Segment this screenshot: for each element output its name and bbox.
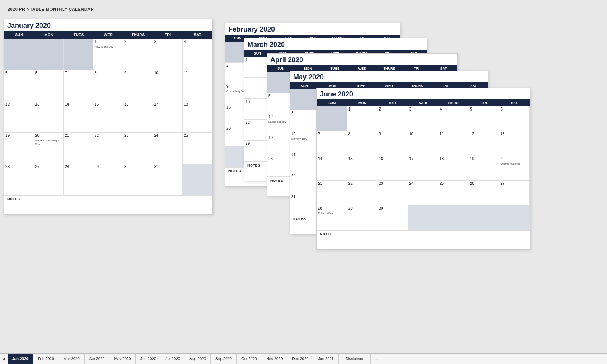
tab-jun-2020[interactable]: Jun 2020 xyxy=(136,354,161,364)
hdr-fri: FRI xyxy=(153,31,183,39)
table-row: 26 xyxy=(469,181,499,205)
table-row: 31 xyxy=(290,194,318,215)
tab-disclaimer[interactable]: - Disclaimer - xyxy=(339,354,371,364)
hdr-sat: SAT xyxy=(183,31,212,39)
tab-jan-2021[interactable]: Jan 2021 xyxy=(313,354,339,364)
tab-aug-2020[interactable]: Aug 2020 xyxy=(185,354,211,364)
table-row: 18 xyxy=(183,101,212,133)
table-row: 15 xyxy=(93,101,123,133)
table-row: 19 xyxy=(4,133,34,164)
table-row: 25 xyxy=(438,181,469,205)
table-row: 21 xyxy=(64,133,93,164)
january-notes: NOTES xyxy=(4,195,212,214)
february-title: February 2020 xyxy=(225,23,400,35)
table-row: 4 xyxy=(438,106,469,131)
tab-sep-2020[interactable]: Sep 2020 xyxy=(211,354,237,364)
calendar-january: January 2020 SUN MON TUES WED THURS FRI … xyxy=(4,19,213,215)
tab-jul-2020[interactable]: Jul 2020 xyxy=(161,354,185,364)
january-grid: 1New Year's Day 2 3 4 5 6 7 8 9 10 11 12… xyxy=(4,39,212,195)
tab-nov-2020[interactable]: Nov 2020 xyxy=(262,354,288,364)
table-row xyxy=(4,39,34,70)
hdr-mon: MON xyxy=(34,31,64,39)
table-row: 14 xyxy=(317,156,347,181)
table-row: 10Mother's Day xyxy=(290,131,318,152)
table-row: 16 xyxy=(377,156,408,181)
table-row: 12 xyxy=(4,101,34,133)
table-row: 5 xyxy=(4,70,34,101)
hdr-sun: SUN xyxy=(4,31,34,39)
table-row: 7 xyxy=(64,70,93,101)
january-title: January 2020 xyxy=(4,19,212,31)
table-row: 6 xyxy=(34,70,64,101)
table-row xyxy=(438,205,469,230)
table-row: 10 xyxy=(408,131,438,156)
table-row xyxy=(290,89,318,110)
table-row: 23 xyxy=(123,133,153,164)
table-row: 17 xyxy=(408,156,438,181)
table-row: 27 xyxy=(499,181,530,205)
table-row: 31 xyxy=(153,164,183,195)
table-row: 24 xyxy=(408,181,438,205)
table-row: 3 xyxy=(290,110,318,131)
main-content: 2020 PRINTABLE MONTHLY CALENDAR January … xyxy=(0,0,607,353)
table-row: 20Martin Luther King Jr Day xyxy=(34,133,64,164)
table-row: 1 xyxy=(347,106,378,131)
january-header: SUN MON TUES WED THURS FRI SAT xyxy=(4,31,212,39)
table-row xyxy=(183,164,212,195)
page-title: 2020 PRINTABLE MONTHLY CALENDAR xyxy=(8,7,599,11)
table-row xyxy=(317,106,347,131)
table-row: 2 xyxy=(377,106,408,131)
tab-dec-2020[interactable]: Dec 2020 xyxy=(287,354,313,364)
table-row: 13 xyxy=(34,101,64,133)
tab-apr-2020[interactable]: Apr 2020 xyxy=(85,354,110,364)
june-header: SUN MON TUES WED THURS FRI SAT xyxy=(317,99,530,106)
table-row xyxy=(408,205,438,230)
table-row: 22 xyxy=(93,133,123,164)
tab-mar-2020[interactable]: Mar 2020 xyxy=(59,354,85,364)
calendar-june: June 2020 SUN MON TUES WED THURS FRI SAT… xyxy=(316,88,530,250)
june-title: June 2020 xyxy=(317,88,530,99)
table-row: 24 xyxy=(290,173,318,194)
tab-jan-2020[interactable]: Jan 2020 xyxy=(8,354,33,364)
table-row: 30 xyxy=(377,205,408,230)
march-title: March 2020 xyxy=(244,38,427,50)
table-row: 9 xyxy=(377,131,408,156)
table-row: 13 xyxy=(499,131,530,156)
tab-oct-2020[interactable]: Oct 2020 xyxy=(237,354,262,364)
tab-may-2020[interactable]: May 2020 xyxy=(109,354,136,364)
table-row xyxy=(469,205,499,230)
tab-scroll-left[interactable]: ◀ xyxy=(0,354,8,364)
tab-bar: ◀ Jan 2020 Feb 2020 Mar 2020 Apr 2020 Ma… xyxy=(0,353,607,364)
table-row: 17 xyxy=(153,101,183,133)
table-row: 17 xyxy=(290,152,318,173)
hdr-thu: THURS xyxy=(123,31,153,39)
table-row: 29 xyxy=(347,205,378,230)
table-row: 24 xyxy=(153,133,183,164)
table-row: 29 xyxy=(93,164,123,195)
table-row: 1New Year's Day xyxy=(93,39,123,70)
may-title: May 2020 xyxy=(290,71,488,82)
table-row: 21 xyxy=(317,181,347,205)
table-row: 15 xyxy=(347,156,378,181)
table-row: 18 xyxy=(438,156,469,181)
table-row: 3 xyxy=(408,106,438,131)
table-row: 8 xyxy=(93,70,123,101)
table-row: 23 xyxy=(377,181,408,205)
table-row: 3 xyxy=(153,39,183,70)
table-row: 22 xyxy=(347,181,378,205)
table-row: 20Summer Solstice xyxy=(499,156,530,181)
table-row: 28 xyxy=(64,164,93,195)
table-row: 6 xyxy=(499,106,530,131)
table-row: 9 xyxy=(123,70,153,101)
table-row: 26 xyxy=(4,164,34,195)
table-row: 12 xyxy=(469,131,499,156)
hdr-wed: WED xyxy=(93,31,123,39)
tab-feb-2020[interactable]: Feb 2020 xyxy=(33,354,59,364)
table-row: 28Father's Day xyxy=(317,205,347,230)
table-row xyxy=(64,39,93,70)
table-row: 14 xyxy=(64,101,93,133)
hdr-tue: TUES xyxy=(64,31,93,39)
table-row: 19 xyxy=(469,156,499,181)
table-row: 16 xyxy=(123,101,153,133)
tab-add-button[interactable]: + xyxy=(371,354,381,364)
